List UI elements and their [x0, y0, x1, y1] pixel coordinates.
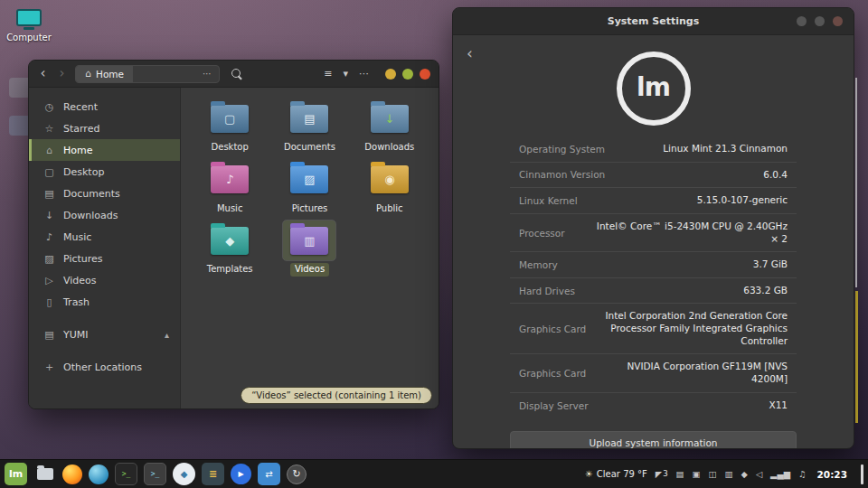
video-icon: ▷ — [43, 275, 55, 286]
info-row-cinnamon-version: Cinnamon Version6.0.4 — [510, 162, 797, 188]
media-icon[interactable]: ♫ — [798, 470, 807, 479]
volume-icon[interactable]: ◁ — [756, 470, 762, 479]
system-tray: ☀ Clear 79 °F ◤3 ▤ ▣ ◫ ▥ ◆ ◁ ▂▄▆ ♫ 20:23 — [585, 465, 863, 484]
home-icon: ⌂ — [43, 145, 55, 156]
sidebar-item-label: Starred — [63, 123, 99, 135]
terminal-icon: >_ — [122, 470, 131, 478]
network-icon[interactable]: ▂▄▆ — [770, 470, 790, 479]
sidebar-item-home[interactable]: ⌂Home — [29, 139, 180, 161]
info-label: Operating System — [519, 144, 605, 155]
view-list-icon[interactable]: ≡ — [322, 68, 334, 80]
star-icon: ☆ — [43, 123, 55, 135]
folder-item-downloads[interactable]: ↓ Downloads — [350, 99, 429, 155]
sidebar-item-pictures[interactable]: ▨Pictures — [29, 248, 180, 269]
minimize-button[interactable] — [797, 16, 807, 26]
folder-item-templates[interactable]: ◆ Templates — [190, 221, 269, 277]
taskbar-app-terminal[interactable]: >_ — [115, 463, 137, 485]
taskbar-app-console[interactable]: >_ — [144, 463, 166, 485]
taskbar-app-media-player[interactable]: ▶ — [231, 464, 251, 484]
taskbar-app-web-browser[interactable] — [89, 465, 108, 484]
file-manager-window: ‹ › ⌂ Home ⋯ ≡ ▾ ⋯ ◷Recent ☆Starred ⌂Hom… — [28, 60, 439, 409]
info-value: Linux Mint 21.3 Cinnamon — [663, 143, 788, 155]
update-icon[interactable]: ◆ — [741, 470, 747, 479]
printer-icon[interactable]: ▥ — [725, 470, 733, 479]
pointer-indicator[interactable]: ◤3 — [656, 470, 668, 479]
taskbar-app-firefox[interactable] — [62, 465, 82, 484]
info-row-linux-kernel: Linux Kernel5.15.0-107-generic — [510, 187, 797, 213]
info-label: Display Server — [519, 400, 588, 411]
taskbar-app-software-manager[interactable]: ◆ — [173, 463, 195, 485]
clock[interactable]: 20:23 — [817, 469, 847, 480]
sidebar-item-desktop[interactable]: ▢Desktop — [29, 161, 180, 183]
window-controls — [385, 69, 430, 80]
sidebar-item-trash[interactable]: ▯Trash — [29, 291, 180, 313]
folder-item-music[interactable]: ♪ Music — [190, 160, 269, 216]
sidebar-item-yumi-drive[interactable]: ▤YUMI▴ — [29, 324, 180, 345]
maximize-button[interactable] — [815, 16, 825, 26]
plus-icon: + — [43, 361, 55, 373]
download-emblem-icon: ↓ — [384, 113, 394, 125]
desktop-icon-computer[interactable]: Computer — [5, 9, 53, 42]
sidebar-item-label: YUMI — [63, 329, 89, 341]
info-row-processor: ProcessorIntel© Core™ i5-2430M CPU @ 2.4… — [510, 213, 797, 251]
screenshot-icon[interactable]: ▣ — [693, 470, 701, 479]
breadcrumb-more-button[interactable]: ⋯ — [195, 69, 219, 79]
folder-item-desktop[interactable]: ▢ Desktop — [190, 99, 269, 155]
search-button[interactable] — [227, 65, 247, 83]
file-grid: ▢ Desktop ▤ Documents ↓ Downloads ♪ Musi… — [181, 88, 439, 408]
taskbar-app-mint-menu[interactable]: lm — [5, 463, 27, 485]
info-label: Graphics Card — [519, 324, 586, 334]
sidebar-item-recent[interactable]: ◷Recent — [29, 96, 180, 117]
info-row-graphics-card-nvidia: Graphics CardNVIDIA Corporation GF119M [… — [510, 353, 797, 391]
mint-logo-icon: lm — [9, 468, 23, 480]
back-button[interactable]: ‹ — [467, 46, 473, 61]
breadcrumb-segment-home[interactable]: ⌂ Home — [76, 66, 133, 82]
sidebar-item-documents[interactable]: ▤Documents — [29, 183, 180, 204]
share-emblem-icon: ◉ — [384, 174, 394, 185]
search-icon — [231, 68, 243, 80]
folder-item-public[interactable]: ◉ Public — [350, 160, 429, 216]
sidebar-item-music[interactable]: ♪Music — [29, 226, 180, 248]
folder-icon: ↓ — [371, 105, 409, 133]
restore-icon: ↻ — [292, 468, 300, 480]
sidebar-item-label: Music — [63, 231, 91, 243]
view-dropdown-icon[interactable]: ▾ — [341, 68, 350, 80]
close-button[interactable] — [833, 16, 843, 26]
sidebar-item-other-locations[interactable]: +Other Locations — [29, 356, 180, 378]
breadcrumb[interactable]: ⌂ Home ⋯ — [75, 65, 220, 83]
taskbar-app-file-manager[interactable] — [33, 463, 56, 485]
weather-applet[interactable]: ☀ Clear 79 °F — [585, 469, 647, 479]
removable-drive-icon[interactable]: ▤ — [676, 470, 684, 479]
sidebar-item-videos[interactable]: ▷Videos — [29, 269, 180, 291]
logo-text: lm — [637, 72, 670, 102]
forward-button[interactable]: › — [56, 67, 68, 80]
taskbar-app-layers[interactable]: ≣ — [202, 463, 224, 485]
folder-label: Pictures — [288, 202, 333, 216]
sidebar-item-downloads[interactable]: ↓Downloads — [29, 204, 180, 226]
window-controls — [797, 16, 843, 26]
taskbar-app-warpinator[interactable]: ⇄ — [258, 463, 280, 485]
sidebar-item-starred[interactable]: ☆Starred — [29, 117, 180, 139]
minimize-button[interactable] — [385, 69, 396, 80]
workspace-icon[interactable]: ◫ — [709, 470, 717, 479]
taskbar-app-timeshift[interactable]: ↻ — [287, 465, 307, 484]
info-row-hard-drives: Hard Drives633.2 GB — [510, 277, 797, 304]
folder-icon — [37, 468, 53, 480]
show-desktop-button[interactable] — [861, 465, 863, 484]
picture-emblem-icon: ▨ — [304, 174, 315, 185]
folder-label: Desktop — [207, 141, 253, 155]
file-manager-sidebar: ◷Recent ☆Starred ⌂Home ▢Desktop ▤Documen… — [29, 88, 181, 408]
folder-item-videos[interactable]: ▥ Videos — [269, 221, 349, 277]
document-icon: ▤ — [43, 188, 55, 200]
back-button[interactable]: ‹ — [37, 67, 49, 80]
menu-button[interactable]: ⋯ — [357, 68, 371, 80]
folder-item-pictures[interactable]: ▨ Pictures — [269, 160, 349, 216]
folder-label: Documents — [279, 141, 340, 155]
eject-icon[interactable]: ▴ — [165, 330, 169, 340]
folder-item-documents[interactable]: ▤ Documents — [269, 99, 349, 155]
home-icon: ⌂ — [85, 68, 91, 80]
upload-system-information-button[interactable]: Upload system information — [510, 431, 797, 449]
close-button[interactable] — [420, 69, 430, 80]
computer-icon — [16, 9, 42, 26]
maximize-button[interactable] — [402, 69, 413, 80]
